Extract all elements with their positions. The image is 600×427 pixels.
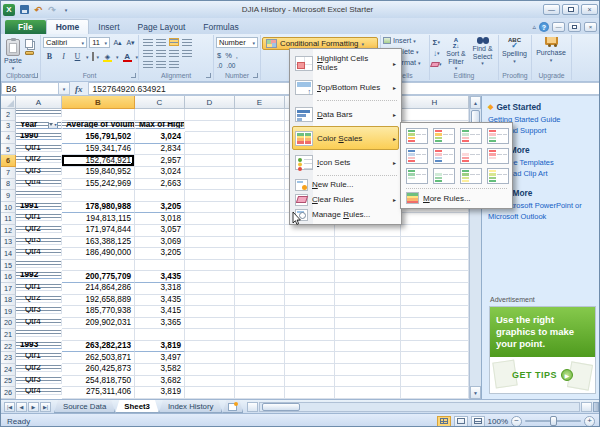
row-header-26[interactable]: 26 — [1, 387, 16, 399]
cell-D21[interactable] — [185, 329, 235, 341]
color-scale-red-white-blue[interactable] — [433, 148, 455, 164]
cell-H14[interactable] — [401, 248, 469, 260]
cell-E17[interactable] — [235, 283, 285, 295]
cell-A17[interactable]: Qtr1 — [16, 283, 62, 291]
cell-D6[interactable] — [185, 155, 235, 167]
cell-A22[interactable]: 1993 — [16, 341, 62, 349]
cell-D19[interactable] — [185, 306, 235, 318]
row-header-22[interactable]: 22 — [1, 341, 16, 353]
decrease-decimal-button[interactable]: .00 — [226, 62, 235, 69]
cell-A15[interactable] — [16, 260, 62, 268]
color-scale-red-white-green[interactable] — [487, 128, 509, 144]
row-header-11[interactable]: 11 — [1, 213, 16, 225]
cell-E21[interactable] — [235, 329, 285, 341]
cell-F24[interactable] — [285, 364, 335, 376]
align-right-icon[interactable] — [169, 49, 179, 57]
cell-E2[interactable] — [235, 109, 285, 121]
cell-A6[interactable]: Qtr2 — [16, 155, 62, 163]
cell-F13[interactable] — [285, 237, 335, 249]
cell-D11[interactable] — [185, 213, 235, 225]
cell-G25[interactable] — [335, 376, 401, 388]
cell-E3[interactable] — [235, 121, 285, 133]
grow-font-button[interactable]: A▴ — [112, 37, 123, 48]
cell-H25[interactable] — [401, 376, 469, 388]
middle-align-icon[interactable] — [156, 38, 166, 46]
paste-button[interactable]: Paste ▾ — [1, 37, 25, 71]
cell-C14[interactable]: 3,205 — [135, 248, 185, 260]
format-painter-icon[interactable] — [25, 51, 34, 55]
cell-A4[interactable]: 1990 — [16, 132, 62, 140]
wrap-text-icon[interactable] — [169, 60, 179, 68]
insert-function-icon[interactable]: fx — [75, 84, 83, 94]
cell-B3[interactable]: Average of Volume — [62, 121, 135, 129]
cell-H26[interactable] — [401, 387, 469, 399]
cell-D22[interactable] — [185, 341, 235, 353]
menu-item-icon-sets[interactable]: Icon Sets▸ — [292, 150, 399, 174]
cell-B14[interactable]: 186,490,000 — [62, 248, 135, 260]
save-button[interactable] — [18, 4, 30, 16]
zoom-out-button[interactable]: − — [511, 416, 522, 427]
cell-H12[interactable] — [401, 225, 469, 237]
sheet-nav-first-icon[interactable]: |◀ — [4, 402, 15, 412]
cell-B12[interactable]: 171,974,844 — [62, 225, 135, 237]
cell-E10[interactable] — [235, 202, 285, 214]
clear-button[interactable]: ▾ — [430, 59, 443, 69]
cell-C4[interactable]: 3,024 — [135, 132, 185, 144]
borders-dropdown-icon[interactable]: ▾ — [97, 54, 100, 60]
increase-decimal-button[interactable]: .0 — [217, 62, 222, 69]
cell-E16[interactable] — [235, 271, 285, 283]
increase-indent-icon[interactable] — [156, 60, 166, 68]
cell-G15[interactable] — [335, 260, 401, 272]
cell-G24[interactable] — [335, 364, 401, 376]
alignment-dialog-launcher[interactable] — [206, 73, 211, 78]
purchase-button[interactable]: Purchase ▾ — [532, 35, 570, 63]
autosum-button[interactable]: Σ▾ — [430, 37, 443, 47]
cell-B5[interactable]: 159,341,746 — [62, 144, 135, 156]
cell-G14[interactable] — [335, 248, 401, 260]
percent-format-button[interactable]: % — [225, 51, 232, 60]
column-header-E[interactable]: E — [235, 96, 285, 109]
color-scale-green-white[interactable] — [406, 168, 428, 184]
horizontal-scrollbar[interactable] — [247, 400, 600, 413]
cell-E23[interactable] — [235, 352, 285, 364]
decrease-indent-icon[interactable] — [143, 60, 153, 68]
sheet-nav-prev-icon[interactable]: ◀ — [16, 402, 27, 412]
more-rules-item[interactable]: More Rules... — [406, 191, 507, 205]
cell-E9[interactable] — [235, 190, 285, 202]
cell-B19[interactable]: 185,770,938 — [62, 306, 135, 318]
zoom-level[interactable]: 100% — [488, 417, 508, 426]
row-header-7[interactable]: 7 — [1, 167, 16, 179]
cell-E15[interactable] — [235, 260, 285, 272]
shrink-font-button[interactable]: A▾ — [125, 37, 136, 48]
font-size-select[interactable]: 11 ▾ — [89, 37, 110, 48]
find-select-button[interactable]: Find & Select ▾ — [470, 35, 496, 72]
color-scale-blue-white-red[interactable] — [406, 148, 428, 164]
cell-E14[interactable] — [235, 248, 285, 260]
cell-F12[interactable] — [285, 225, 335, 237]
cell-D14[interactable] — [185, 248, 235, 260]
align-center-icon[interactable] — [156, 49, 166, 57]
column-header-D[interactable]: D — [185, 96, 235, 109]
cell-C11[interactable]: 3,018 — [135, 213, 185, 225]
sheet-nav-last-icon[interactable]: ▶| — [40, 402, 51, 412]
cell-D3[interactable] — [185, 121, 235, 133]
color-scale-red-yellow-green[interactable] — [433, 128, 455, 144]
cell-G13[interactable] — [335, 237, 401, 249]
cell-F19[interactable] — [285, 306, 335, 318]
cell-A9[interactable] — [16, 190, 62, 198]
zoom-in-button[interactable]: + — [584, 416, 595, 427]
cell-D8[interactable] — [185, 179, 235, 191]
underline-button[interactable]: U — [72, 51, 83, 62]
cell-B8[interactable]: 155,242,969 — [62, 179, 135, 191]
cell-D17[interactable] — [185, 283, 235, 295]
bold-button[interactable]: B — [44, 51, 55, 62]
row-header-3[interactable]: 3 — [1, 121, 16, 133]
restore-button[interactable] — [562, 4, 579, 15]
cell-C16[interactable]: 3,435 — [135, 271, 185, 283]
cell-D23[interactable] — [185, 352, 235, 364]
italic-button[interactable]: I — [58, 51, 69, 62]
cell-H17[interactable] — [401, 283, 469, 295]
cell-B21[interactable] — [62, 329, 135, 341]
cell-B2[interactable] — [62, 109, 135, 121]
advertisement[interactable]: Use the right graphics to make your poin… — [489, 306, 596, 394]
